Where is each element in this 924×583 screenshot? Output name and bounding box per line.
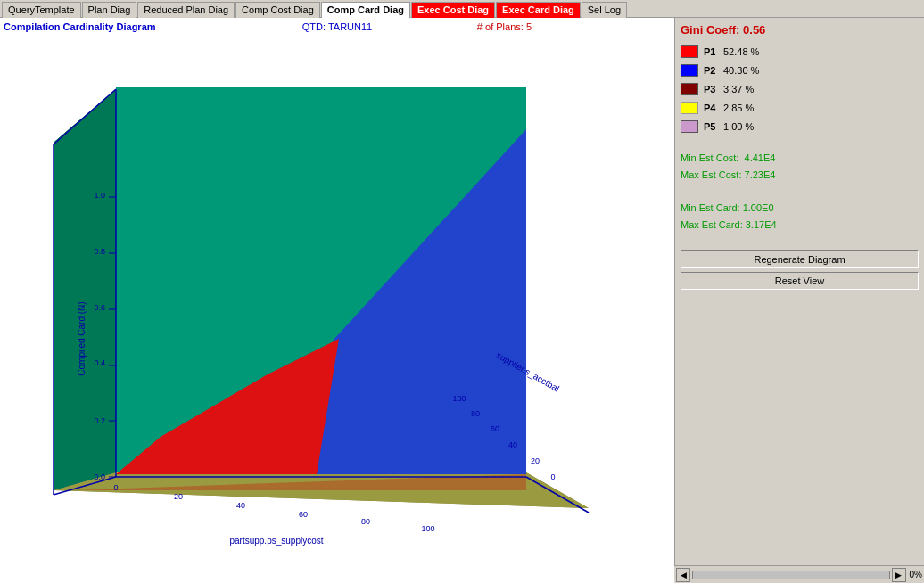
gini-coefficient: Gini Coeff: 0.56 [681,23,919,37]
min-est-cost-row: Min Est Cost: 4.41E4 [681,150,919,167]
svg-text:0: 0 [113,483,118,492]
svg-text:40: 40 [236,501,245,510]
min-est-card-row: Min Est Card: 1.00E0 [681,200,919,217]
tab-reduced-plan-diag[interactable]: Reduced Plan Diag [137,2,235,18]
main-content: Compilation Cardinality Diagram QTD: TAR… [0,18,924,583]
plan-pct-p2: 40.30 % [723,65,759,76]
scroll-right-button[interactable]: ▶ [892,568,906,582]
plan-label-p4: P4 [704,103,723,113]
svg-text:Compiled Card (N): Compiled Card (N) [77,301,87,375]
max-est-cost-row: Max Est Cost: 7.23E4 [681,167,919,184]
plan-row-p1: P1 52.48 % [681,45,919,58]
plan-row-p4: P4 2.85 % [681,102,919,114]
tab-bar: QueryTemplate Plan Diag Reduced Plan Dia… [0,0,924,18]
tab-sel-log[interactable]: Sel Log [582,2,627,18]
max-est-card-row: Max Est Card: 3.17E4 [681,217,919,234]
plan-color-p2 [681,64,698,77]
diagram-svg: 0.0 0.2 0.4 0.6 0.8 1.0 0 20 40 60 80 10… [0,36,651,571]
tab-querytemplate[interactable]: QueryTemplate [2,2,81,18]
plan-pct-p3: 3.37 % [723,84,754,94]
qtd-label: QTD: TARUN11 [302,21,372,32]
stats-section: Min Est Cost: 4.41E4 Max Est Cost: 7.23E… [681,150,919,233]
svg-text:100: 100 [452,394,466,403]
svg-text:partsupp.ps_supplycost: partsupp.ps_supplycost [229,536,323,546]
diagram-area: Compilation Cardinality Diagram QTD: TAR… [0,18,674,583]
svg-text:100: 100 [421,524,434,533]
plans-label: # of Plans: 5 [477,21,532,32]
plan-color-p3 [681,83,698,95]
svg-text:20: 20 [531,456,540,465]
plan-pct-p1: 52.48 % [723,46,759,57]
svg-text:60: 60 [491,424,499,433]
svg-text:80: 80 [471,409,480,418]
right-panel: Gini Coeff: 0.56 P1 52.48 % P2 40.30 % P… [674,18,924,583]
plan-row-p5: P5 1.00 % [681,120,919,133]
tab-comp-cost-diag[interactable]: Comp Cost Diag [235,2,320,18]
svg-text:60: 60 [299,510,308,519]
tab-exec-card-diag[interactable]: Exec Card Diag [496,2,581,18]
regenerate-diagram-button[interactable]: Regenerate Diagram [681,250,919,268]
svg-text:0.0: 0.0 [94,472,105,481]
plan-color-p4 [681,102,698,114]
tab-plan-diag[interactable]: Plan Diag [82,2,137,18]
svg-text:0.4: 0.4 [94,358,105,367]
scroll-track[interactable] [692,571,890,579]
svg-text:0: 0 [550,472,555,481]
plan-color-p5 [681,120,698,133]
svg-text:0.6: 0.6 [94,303,105,312]
diagram-title: Compilation Cardinality Diagram [4,21,156,32]
tab-comp-card-diag[interactable]: Comp Card Diag [321,2,410,18]
plan-pct-p4: 2.85 % [723,103,754,113]
svg-text:20: 20 [174,492,183,501]
tab-exec-cost-diag[interactable]: Exec Cost Diag [411,2,495,18]
plan-label-p3: P3 [704,84,723,94]
scroll-percentage: 0% [910,570,922,579]
plan-label-p1: P1 [704,46,723,57]
svg-text:80: 80 [361,517,370,526]
scrollbar-container: ◀ ▶ 0% [674,565,924,583]
plan-row-p2: P2 40.30 % [681,64,919,77]
svg-text:0.8: 0.8 [94,247,105,256]
reset-view-button[interactable]: Reset View [681,272,919,290]
svg-text:0.2: 0.2 [94,416,105,425]
buttons-section: Regenerate Diagram Reset View [681,250,919,290]
svg-text:1.0: 1.0 [94,191,105,200]
plan-row-p3: P3 3.37 % [681,83,919,95]
svg-text:40: 40 [508,440,517,449]
scroll-left-button[interactable]: ◀ [676,568,690,582]
plan-pct-p5: 1.00 % [723,121,754,132]
plan-color-p1 [681,45,698,58]
plan-label-p2: P2 [704,65,723,76]
plan-label-p5: P5 [704,121,723,132]
svg-marker-5 [54,89,116,490]
